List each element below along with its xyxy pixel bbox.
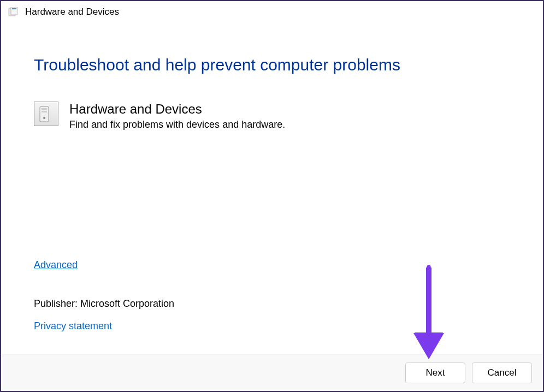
content-area: Troubleshoot and help prevent computer p…	[1, 23, 543, 354]
hardware-devices-icon	[34, 102, 58, 126]
troubleshooter-item: Hardware and Devices Find and fix proble…	[34, 102, 510, 130]
advanced-link[interactable]: Advanced	[34, 259, 78, 271]
publisher-label: Publisher: Microsoft Corporation	[34, 298, 510, 310]
privacy-statement-link[interactable]: Privacy statement	[34, 320, 112, 332]
troubleshooter-title: Hardware and Devices	[69, 102, 510, 117]
svg-rect-4	[42, 108, 47, 110]
svg-rect-5	[42, 111, 47, 112]
bottom-links: Advanced Publisher: Microsoft Corporatio…	[34, 259, 510, 343]
footer-bar: Next Cancel	[1, 354, 543, 391]
svg-point-6	[43, 117, 45, 119]
cancel-button[interactable]: Cancel	[472, 363, 532, 383]
window-title: Hardware and Devices	[25, 7, 119, 17]
troubleshooter-description: Find and fix problems with devices and h…	[69, 119, 510, 130]
svg-rect-2	[12, 8, 16, 9]
troubleshooter-window: Hardware and Devices Troubleshoot and he…	[0, 0, 544, 392]
next-button[interactable]: Next	[405, 363, 465, 383]
main-heading: Troubleshoot and help prevent computer p…	[34, 56, 510, 74]
titlebar: Hardware and Devices	[1, 1, 543, 23]
troubleshooter-text: Hardware and Devices Find and fix proble…	[69, 102, 510, 130]
troubleshooter-window-icon	[8, 7, 19, 17]
